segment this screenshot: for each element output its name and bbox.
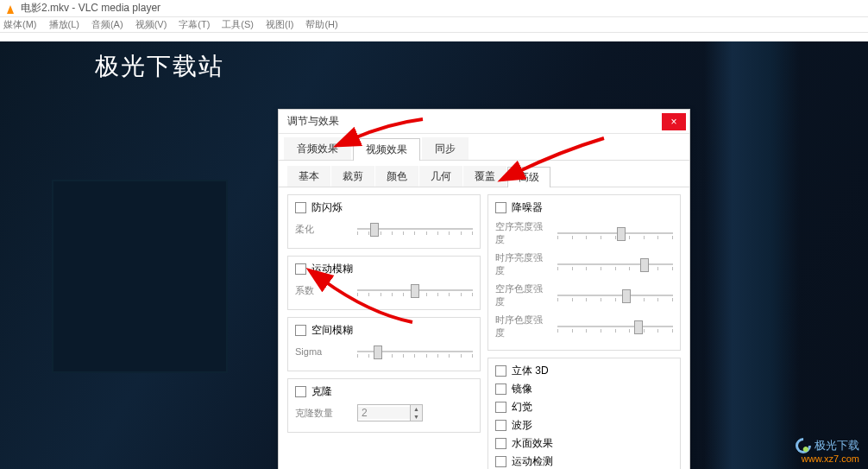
watermark-text: 极光下载站 — [95, 50, 224, 83]
tab-sync[interactable]: 同步 — [422, 137, 469, 160]
sub-tab-row: 基本 裁剪 颜色 几何 覆盖 高级 — [279, 161, 689, 187]
menu-tools[interactable]: 工具(S) — [222, 18, 254, 31]
slider-sigma[interactable] — [357, 343, 473, 360]
checkbox-spatialblur[interactable] — [295, 325, 306, 336]
label-clone-count: 克隆数量 — [295, 407, 350, 420]
menu-play[interactable]: 播放(L) — [49, 18, 79, 31]
effects-dialog: 调节与效果 × 音频效果 视频效果 同步 基本 裁剪 颜色 几何 覆盖 高级 防… — [278, 109, 690, 469]
main-tab-row: 音频效果 视频效果 同步 — [279, 134, 689, 161]
spinner-up-icon[interactable]: ▲ — [411, 405, 422, 413]
checkbox-psychedelic[interactable] — [495, 402, 506, 413]
checkbox-motion-detect[interactable] — [495, 456, 506, 467]
label-sigma: Sigma — [295, 346, 350, 357]
menu-video[interactable]: 视频(V) — [135, 18, 167, 31]
slider-thumb-softness[interactable] — [370, 223, 379, 237]
label-factor: 系数 — [295, 284, 350, 297]
group-antiflicker: 防闪烁 柔化 — [287, 194, 481, 249]
vlc-cone-icon — [5, 3, 16, 14]
label-softness: 柔化 — [295, 223, 350, 236]
dialog-header[interactable]: 调节与效果 × — [279, 110, 689, 134]
subtab-crop[interactable]: 裁剪 — [331, 166, 374, 187]
group-clone: 克隆 克隆数量 ▲▼ — [287, 378, 481, 433]
slider-softness[interactable] — [357, 220, 473, 238]
window-titlebar: 电影2.mkv - VLC media player — [0, 0, 868, 17]
checkbox-mirror[interactable] — [495, 383, 506, 395]
slider-denoise-4[interactable] — [557, 318, 673, 335]
checkbox-waves[interactable] — [495, 420, 506, 431]
subtab-geometry[interactable]: 几何 — [419, 166, 462, 187]
checkbox-motionblur[interactable] — [295, 263, 306, 275]
subtab-basic[interactable]: 基本 — [287, 166, 330, 187]
slider-denoise-2[interactable] — [557, 256, 673, 273]
checkbox-denoise[interactable] — [495, 202, 506, 213]
group-spatialblur: 空间模糊 Sigma — [287, 317, 481, 371]
slider-denoise-1[interactable] — [557, 225, 673, 242]
menu-audio[interactable]: 音频(A) — [91, 18, 123, 31]
tab-audio-effects[interactable]: 音频效果 — [284, 137, 351, 160]
right-column: 降噪器 空序亮度强度 时序亮度强度 空序色度强度 时序色度强度 立体 3D 镜像… — [487, 194, 681, 462]
checkbox-stereo3d[interactable] — [495, 365, 506, 377]
slider-denoise-3[interactable] — [557, 287, 673, 304]
menu-help[interactable]: 帮助(H) — [305, 18, 337, 31]
close-button[interactable]: × — [662, 113, 686, 130]
checkbox-clone[interactable] — [295, 386, 306, 397]
subtab-overlay[interactable]: 覆盖 — [463, 166, 506, 187]
menu-subtitle[interactable]: 字幕(T) — [179, 18, 210, 31]
dialog-title: 调节与效果 — [287, 114, 339, 129]
checkbox-water[interactable] — [495, 438, 506, 449]
clone-count-input[interactable] — [358, 407, 410, 419]
site-logo: 极光下载 www.xz7.com — [796, 438, 859, 464]
group-motionblur: 运动模糊 系数 — [287, 256, 481, 310]
spinner-down-icon[interactable]: ▼ — [411, 413, 422, 421]
left-column: 防闪烁 柔化 运动模糊 系数 — [287, 194, 481, 462]
window-title: 电影2.mkv - VLC media player — [21, 1, 160, 16]
menu-view[interactable]: 视图(I) — [266, 18, 293, 31]
slider-thumb-factor[interactable] — [411, 284, 419, 298]
panel-body: 防闪烁 柔化 运动模糊 系数 — [279, 187, 689, 469]
spinner-clone-count[interactable]: ▲▼ — [357, 404, 423, 421]
menu-media[interactable]: 媒体(M) — [3, 18, 37, 31]
subtab-advanced[interactable]: 高级 — [507, 167, 550, 187]
group-denoise: 降噪器 空序亮度强度 时序亮度强度 空序色度强度 时序色度强度 — [487, 194, 681, 351]
subtab-color[interactable]: 颜色 — [375, 166, 418, 187]
slider-thumb-sigma[interactable] — [374, 345, 382, 359]
slider-factor[interactable] — [357, 282, 473, 299]
group-misc-effects: 立体 3D 镜像 幻觉 波形 水面效果 运动检测 — [487, 358, 681, 469]
main-menubar[interactable]: 媒体(M) 播放(L) 音频(A) 视频(V) 字幕(T) 工具(S) 视图(I… — [0, 17, 868, 33]
checkbox-antiflicker[interactable] — [295, 202, 306, 213]
close-icon: × — [670, 116, 676, 128]
tab-video-effects[interactable]: 视频效果 — [353, 138, 420, 161]
